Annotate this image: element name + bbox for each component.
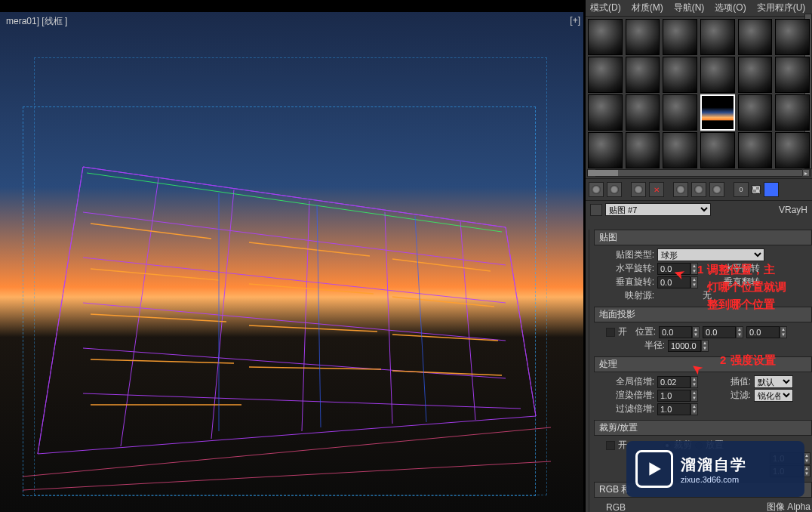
material-name-input[interactable]: 贴图 #7 [605, 203, 711, 216]
show-end-icon[interactable] [764, 182, 779, 197]
material-slot[interactable] [700, 132, 735, 168]
render-label: 渲染倍增: [606, 389, 654, 402]
matid-icon[interactable]: 0 [734, 182, 749, 197]
rollout-header[interactable]: 地面投影 [594, 307, 812, 322]
show-map-icon[interactable] [752, 185, 761, 194]
ground-on-label: 开 [618, 325, 627, 338]
slots-scroll-h[interactable]: ◂▸ [587, 169, 810, 177]
watermark: 溜溜自学 zixue.3d66.com [626, 441, 804, 497]
hflip-label: 水平翻转 [724, 262, 760, 275]
viewport-plus[interactable]: [+] [570, 15, 580, 26]
material-slot[interactable] [626, 19, 660, 55]
menu-mode[interactable]: 模式(D) [590, 2, 621, 14]
material-slot[interactable] [738, 19, 773, 55]
rad-label: 半径: [606, 339, 665, 352]
vrot-label: 垂直旋转: [606, 276, 654, 288]
material-slot[interactable] [588, 94, 623, 131]
interp-label: 插值: [701, 375, 751, 388]
src-label: 映射源: [606, 289, 654, 302]
material-slot[interactable] [775, 19, 810, 55]
assign-icon[interactable] [631, 182, 646, 197]
menu-utilities[interactable]: 实用程序(U) [757, 2, 806, 14]
crop-on-check[interactable] [606, 441, 615, 450]
rollout-map: 贴图 贴图类型: 球形 水平旋转: ▲▼ 水平翻转 垂直旋转: ▲▼ 垂直翻转 … [594, 230, 812, 305]
watermark-play-icon [635, 450, 673, 488]
pos-label: 位置: [630, 325, 656, 338]
filtmul-spinner[interactable]: ▲▼ [657, 403, 698, 415]
filtmul-label: 过滤倍增: [606, 403, 654, 415]
material-slot[interactable] [588, 57, 623, 93]
global-label: 全局倍增: [606, 375, 654, 388]
alpha-label: 图像 Alpha [767, 501, 810, 512]
material-slot[interactable] [588, 132, 623, 168]
material-slots: ◂▸ [586, 17, 812, 178]
material-name-bar: 贴图 #7 VRayH [586, 201, 812, 218]
material-type-label: VRayH [779, 205, 807, 215]
put-to-scene-icon[interactable] [607, 182, 622, 197]
menubar: 模式(D) 材质(M) 导航(N) 选项(O) 实用程序(U) [586, 0, 812, 17]
make-copy-icon[interactable] [673, 182, 688, 197]
material-slot[interactable] [663, 57, 697, 93]
material-slot[interactable] [738, 132, 773, 168]
make-unique-icon[interactable] [691, 182, 706, 197]
watermark-url: zixue.3d66.com [681, 475, 747, 484]
reset-icon[interactable]: ✕ [649, 182, 664, 197]
material-slot[interactable] [700, 19, 735, 55]
material-slot[interactable] [738, 94, 773, 131]
material-slot[interactable] [663, 132, 697, 168]
interp-select[interactable]: 默认 [754, 375, 793, 388]
menu-options[interactable]: 选项(O) [715, 2, 746, 14]
vflip-label: 垂直翻转 [724, 276, 760, 288]
material-slot[interactable] [663, 94, 697, 131]
material-slot[interactable] [775, 57, 810, 93]
menu-navigate[interactable]: 导航(N) [674, 2, 705, 14]
rollout-ground: 地面投影 开 位置: ▲▼ ▲▼ ▲▼ 半径: ▲▼ [594, 307, 812, 355]
filter-select[interactable]: 锐化各向同 [754, 389, 793, 402]
pos-y-spinner[interactable]: ▲▼ [703, 326, 743, 338]
material-slot[interactable] [626, 57, 660, 93]
viewport[interactable]: mera01] [线框 ] [+] [0, 12, 583, 512]
render-spinner[interactable]: ▲▼ [657, 390, 698, 402]
ground-on-check[interactable] [606, 328, 615, 337]
pos-x-spinner[interactable]: ▲▼ [659, 326, 700, 338]
rollout-header[interactable]: 裁剪/放置 [594, 420, 812, 436]
material-slot[interactable] [626, 132, 660, 168]
map-type-label: 贴图类型: [606, 248, 654, 261]
pos-z-spinner[interactable]: ▲▼ [746, 326, 787, 338]
eyedropper-icon[interactable] [590, 204, 602, 216]
rollout-header[interactable]: 贴图 [594, 230, 812, 245]
material-slot[interactable] [700, 57, 735, 93]
material-toolbar: ✕ 0 [586, 178, 812, 201]
viewport-label: mera01] [线框 ] [0, 12, 73, 31]
material-slot[interactable] [663, 19, 697, 55]
get-material-icon[interactable] [589, 182, 604, 197]
hrot-label: 水平旋转: [606, 262, 654, 275]
filter-label: 过滤: [701, 389, 751, 402]
material-slot[interactable] [588, 19, 623, 55]
watermark-title: 溜溜自学 [681, 455, 747, 475]
material-editor: 模式(D) 材质(M) 导航(N) 选项(O) 实用程序(U) ◂▸ ✕ 0 [585, 0, 812, 512]
material-slot[interactable] [738, 57, 773, 93]
material-slot[interactable] [775, 94, 810, 131]
material-slot-selected[interactable] [700, 94, 735, 131]
map-type-select[interactable]: 球形 [657, 248, 764, 261]
rgb-label: RGB [606, 502, 626, 513]
src-value: 无 [703, 289, 712, 302]
menu-material[interactable]: 材质(M) [632, 2, 663, 14]
material-slot[interactable] [626, 94, 660, 131]
wireframe-building [23, 91, 551, 492]
rad-spinner[interactable]: ▲▼ [668, 340, 709, 352]
material-slot[interactable] [775, 132, 810, 168]
put-library-icon[interactable] [709, 182, 724, 197]
global-spinner[interactable]: ▲▼ [657, 376, 698, 388]
